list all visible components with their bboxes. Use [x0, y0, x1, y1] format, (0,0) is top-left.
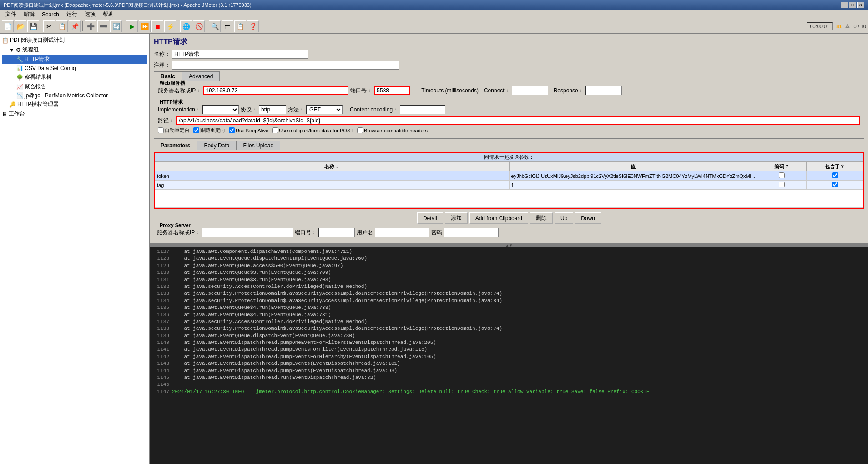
menu-run[interactable]: 运行	[63, 10, 81, 19]
name-label: 名称：	[154, 50, 170, 58]
menu-help[interactable]: 帮助	[99, 10, 117, 19]
toolbar-start[interactable]: ▶	[126, 20, 138, 32]
include-checkbox-1[interactable]	[832, 182, 838, 187]
toolbar-start-no-pause[interactable]: ⏩	[139, 20, 151, 32]
encode-checkbox-1[interactable]	[779, 182, 785, 187]
toolbar-save[interactable]: 💾	[27, 20, 39, 32]
window-controls[interactable]: ─ □ ✕	[841, 2, 864, 8]
menu-file[interactable]: 文件	[2, 10, 20, 19]
multipart-checkbox[interactable]	[272, 127, 278, 133]
impl-select[interactable]	[202, 105, 239, 114]
tab-parameters[interactable]: Parameters	[154, 141, 197, 150]
delete-button[interactable]: 删除	[530, 212, 553, 224]
include-checkbox-0[interactable]	[832, 172, 838, 178]
add-clipboard-button[interactable]: Add from Clipboard	[469, 212, 528, 224]
toolbar-cut[interactable]: ✂	[43, 20, 55, 32]
toolbar-search[interactable]: 🔍	[209, 20, 221, 32]
encoding-input[interactable]	[400, 105, 445, 114]
proxy-server-label: 服务器名称或IP：	[157, 229, 200, 237]
keepalive-checkbox[interactable]	[229, 127, 235, 133]
toolbar-new[interactable]: 📄	[2, 20, 14, 32]
toolbar-shutdown[interactable]: ⚡	[164, 20, 176, 32]
browser-headers-label[interactable]: Browser-compatible headers	[357, 127, 428, 133]
multipart-label[interactable]: Use multipart/form-data for POST	[272, 127, 353, 133]
param-encode-0[interactable]	[757, 171, 807, 181]
toolbar-remote-start[interactable]: 🌐	[180, 20, 192, 32]
proxy-port-input[interactable]	[318, 228, 355, 237]
log-line: 1134 at java.security.ProtectionDomain$J…	[153, 298, 865, 304]
proxy-user-input[interactable]	[375, 228, 429, 237]
http-section-label: HTTP请求	[158, 99, 185, 106]
toolbar-list[interactable]: 📋	[234, 20, 246, 32]
method-select[interactable]: GET POST PUT DELETE	[306, 105, 343, 114]
server-input[interactable]	[203, 86, 348, 95]
toolbar-collapse[interactable]: ➖	[97, 20, 109, 32]
tab-body-data[interactable]: Body Data	[197, 141, 236, 150]
connect-input[interactable]	[512, 86, 548, 95]
param-include-1[interactable]	[807, 181, 863, 190]
tree-icon-perfmon: 📉	[16, 92, 23, 99]
tree-item-result-tree[interactable]: 🌳 察看结果树	[2, 72, 147, 82]
follow-redirect-text: 跟随重定向	[200, 127, 225, 134]
proxy-port-label: 端口号：	[295, 229, 317, 237]
comment-row: 注释：	[154, 61, 864, 70]
tree-item-workbench[interactable]: 🖥 工作台	[2, 109, 147, 119]
toolbar-paste[interactable]: 📌	[69, 20, 81, 32]
response-input[interactable]	[585, 86, 622, 95]
params-table-container: 同请求一起发送参数： 名称： 值 编码？ 包含于？ token eyJ	[154, 152, 864, 209]
close-button[interactable]: ✕	[857, 2, 864, 8]
path-input[interactable]	[176, 116, 860, 125]
tree-label-result: 察看结果树	[25, 73, 52, 81]
menu-edit[interactable]: 编辑	[20, 10, 38, 19]
param-include-0[interactable]	[807, 171, 863, 181]
port-input[interactable]	[374, 86, 410, 95]
follow-redirect-label[interactable]: 跟随重定向	[193, 127, 225, 134]
auto-redirect-label[interactable]: 自动重定向	[158, 127, 190, 134]
param-encode-1[interactable]	[757, 181, 807, 190]
toolbar-open[interactable]: 📂	[15, 20, 26, 32]
warning-icon: ⚠	[845, 23, 850, 29]
menu-search[interactable]: Search	[38, 10, 63, 19]
toolbar-clear[interactable]: 🗑	[222, 20, 233, 32]
up-button[interactable]: Up	[555, 212, 573, 224]
table-row[interactable]: tag 1	[155, 181, 863, 190]
minimize-button[interactable]: ─	[841, 2, 848, 8]
timer-display: 00:00:01	[807, 22, 833, 30]
toolbar-stop[interactable]: ⏹	[151, 20, 163, 32]
tab-files-upload[interactable]: Files Upload	[236, 141, 280, 150]
toolbar-copy[interactable]: 📋	[56, 20, 68, 32]
auto-redirect-checkbox[interactable]	[158, 127, 164, 133]
toolbar-remote-stop[interactable]: 🚫	[193, 20, 205, 32]
toolbar-expand[interactable]: ➕	[85, 20, 96, 32]
tree-item-http[interactable]: 🔧 HTTP请求	[2, 55, 147, 64]
tree-item-report[interactable]: 📈 聚合报告	[2, 82, 147, 91]
tree-label-threadgroup: 线程组	[22, 46, 39, 54]
tree-item-auth[interactable]: 🔑 HTTP授权管理器	[2, 100, 147, 109]
maximize-button[interactable]: □	[849, 2, 856, 8]
table-row[interactable]: token eyJhbGciOiJIUzUxMiJ9.eyJsb2dpbI91c…	[155, 171, 863, 181]
follow-redirect-checkbox[interactable]	[193, 127, 199, 133]
tab-advanced[interactable]: Advanced	[182, 71, 220, 81]
name-input[interactable]	[172, 50, 308, 59]
proxy-server-input[interactable]	[202, 228, 293, 237]
log-line: 1132 at java.security.AccessController.d…	[153, 283, 865, 290]
comment-input[interactable]	[172, 61, 399, 70]
tree-item-csv[interactable]: 📊 CSV Data Set Config	[2, 64, 147, 72]
detail-button[interactable]: Detail	[417, 212, 443, 224]
tree-item-threadgroup[interactable]: ▼ ⚙ 线程组	[2, 45, 147, 55]
protocol-input[interactable]	[259, 105, 286, 114]
log-line: 1144 at java.awt.EventDispatchThread.pum…	[153, 368, 865, 374]
impl-row: Implementation： 协议： 方法： GET POST PUT DEL…	[158, 105, 860, 114]
tree-item-perfmon[interactable]: 📉 jp@gc - PerfMon Metrics Collector	[2, 91, 147, 100]
tree-label-csv: CSV Data Set Config	[25, 65, 76, 71]
down-button[interactable]: Down	[575, 212, 601, 224]
toolbar-refresh[interactable]: 🔄	[110, 20, 122, 32]
encode-checkbox-0[interactable]	[779, 172, 785, 178]
browser-headers-checkbox[interactable]	[357, 127, 363, 133]
toolbar-help[interactable]: ❓	[247, 20, 259, 32]
tree-item-plan[interactable]: 📋 PDF阅读接口测试计划	[2, 35, 147, 45]
keepalive-label[interactable]: Use KeepAlive	[229, 127, 268, 133]
add-button[interactable]: 添加	[445, 212, 468, 224]
proxy-pass-input[interactable]	[444, 228, 499, 237]
menu-options[interactable]: 选项	[81, 10, 99, 19]
